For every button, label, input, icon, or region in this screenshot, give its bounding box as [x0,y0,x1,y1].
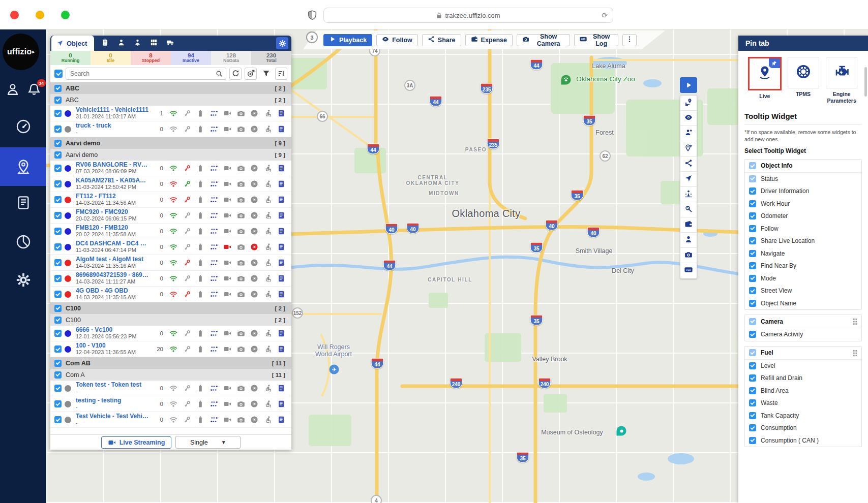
camera-icon[interactable] [237,180,245,188]
playback-icon[interactable] [250,290,258,298]
minimize-window-button[interactable] [36,11,44,19]
battery-icon[interactable] [196,109,204,117]
wifi-icon[interactable] [169,243,177,251]
widget-checkbox[interactable] [749,412,756,419]
side-wallet-button[interactable] [680,217,697,233]
video-icon[interactable] [223,227,231,235]
vehicle-name[interactable]: 100 - V100 [76,342,150,349]
camera-icon[interactable] [237,125,245,133]
camera-icon[interactable] [237,164,245,172]
wifi-icon[interactable] [169,109,177,117]
wifi-icon[interactable] [169,164,177,172]
vehicle-checkbox[interactable] [54,110,62,117]
video-icon[interactable] [223,345,231,353]
group-checkbox[interactable] [54,360,62,367]
battery-icon[interactable] [196,164,204,172]
side-street-view-button[interactable] [680,187,697,202]
widget-item-consumption[interactable]: Consumption [745,422,861,434]
search-input[interactable] [69,70,216,78]
key-icon[interactable] [183,164,191,172]
key-icon[interactable] [183,243,191,251]
playback-icon[interactable] [250,416,258,424]
vehicle-checkbox[interactable] [54,345,62,353]
vehicle-row[interactable]: 100 - V10012-04-2023 11:36:55 AM20 [50,341,291,357]
pin-card-engine-parameters[interactable]: Engine Parameters [822,57,861,104]
vehicle-checkbox[interactable] [54,212,62,219]
side-add-person-pin-button[interactable] [680,126,697,141]
battery-icon[interactable] [196,125,204,133]
playback-icon[interactable] [250,211,258,219]
card-body[interactable] [788,57,819,88]
group-checkbox[interactable] [54,151,62,159]
report-doc-icon[interactable] [277,211,285,219]
pin-card-tpms[interactable]: TPMS [784,57,823,104]
video-icon[interactable] [223,259,231,267]
camera-icon[interactable] [237,400,245,408]
key-icon[interactable] [183,196,191,204]
driver-icon[interactable] [117,39,125,48]
card-body[interactable] [748,57,782,90]
route-icon[interactable] [210,384,218,392]
wifi-icon[interactable] [169,345,177,353]
vehicle-row[interactable]: Test Vehicle - Test Vehicle-0 [50,412,291,428]
widget-item-fuel[interactable]: Fuel [745,347,861,360]
report-doc-icon[interactable] [277,180,285,188]
playback-icon[interactable] [250,259,258,267]
vehicle-name[interactable]: 6666 - Vc100 [76,327,150,333]
widget-item-blind-area[interactable]: Blind Area [745,385,861,397]
vehicle-row[interactable]: AlgoM test - AlgoM test14-03-2024 11:35:… [50,255,291,271]
vehicle-checkbox[interactable] [54,165,62,172]
playback-icon[interactable] [250,227,258,235]
sidebar-item-dashboard[interactable] [0,112,46,141]
widget-checkbox[interactable] [749,200,756,207]
show-log-button[interactable]: 010Show Log [574,34,618,46]
vehicle-row[interactable]: testing - testing-0 [50,396,291,412]
sidebar-item-reports[interactable] [0,188,46,217]
group-row[interactable]: Com AB[ 11 ] [50,357,291,369]
video-icon[interactable] [223,416,231,424]
widget-item-follow[interactable]: Follow [745,223,861,235]
privacy-shield-icon[interactable] [308,10,317,20]
vehicle-name[interactable]: DC4 DASHCAM - DC4 DAS... [76,240,150,247]
widget-item-refill-and-drain[interactable]: Refill and Drain [745,372,861,385]
camera-icon[interactable] [237,211,245,219]
video-icon[interactable] [223,180,231,188]
drag-handle-icon[interactable] [853,350,857,356]
seat-icon[interactable] [264,109,272,117]
add-object-button[interactable] [245,68,257,80]
report-doc-icon[interactable] [277,243,285,251]
widget-checkbox[interactable] [749,374,756,382]
seat-icon[interactable] [264,329,272,337]
seat-icon[interactable] [264,243,272,251]
widget-checkbox[interactable] [749,318,756,325]
side-camera-button[interactable] [680,248,697,263]
seat-icon[interactable] [264,211,272,219]
widget-item-object-info[interactable]: Object Info [745,160,861,173]
subgroup-row[interactable]: Com A[ 11 ] [50,369,291,381]
vehicle-row[interactable]: 4G OBD - 4G OBD14-03-2024 11:35:15 AM0 [50,287,291,302]
group-checkbox[interactable] [54,140,62,147]
group-checkbox[interactable] [54,97,62,104]
vehicle-row[interactable]: 6666 - Vc10012-01-2024 05:56:23 PM0 [50,326,291,341]
video-icon[interactable] [223,164,231,172]
report-doc-icon[interactable] [277,384,285,392]
video-icon[interactable] [223,243,231,251]
widget-item-mode[interactable]: Mode [745,272,861,285]
side-add-pin-button[interactable] [680,141,697,156]
live-streaming-button[interactable]: Live Streaming [101,436,172,449]
status-counter-total[interactable]: 230Total [251,51,291,65]
widget-checkbox[interactable] [749,187,756,195]
key-icon[interactable] [183,329,191,337]
report-doc-icon[interactable] [277,227,285,235]
vehicle-checkbox[interactable] [54,385,62,392]
subgroup-row[interactable]: Aarvi demo[ 9 ] [50,149,291,161]
vehicle-checkbox[interactable] [54,228,62,235]
camera-icon[interactable] [237,384,245,392]
playback-icon[interactable] [250,180,258,188]
vehicle-name[interactable]: AlgoM test - AlgoM test [76,256,150,263]
playback-icon[interactable] [250,243,258,251]
route-icon[interactable] [210,329,218,337]
widget-checkbox[interactable] [749,262,756,269]
reload-icon[interactable]: ⟳ [602,11,608,19]
group-checkbox[interactable] [54,85,62,92]
